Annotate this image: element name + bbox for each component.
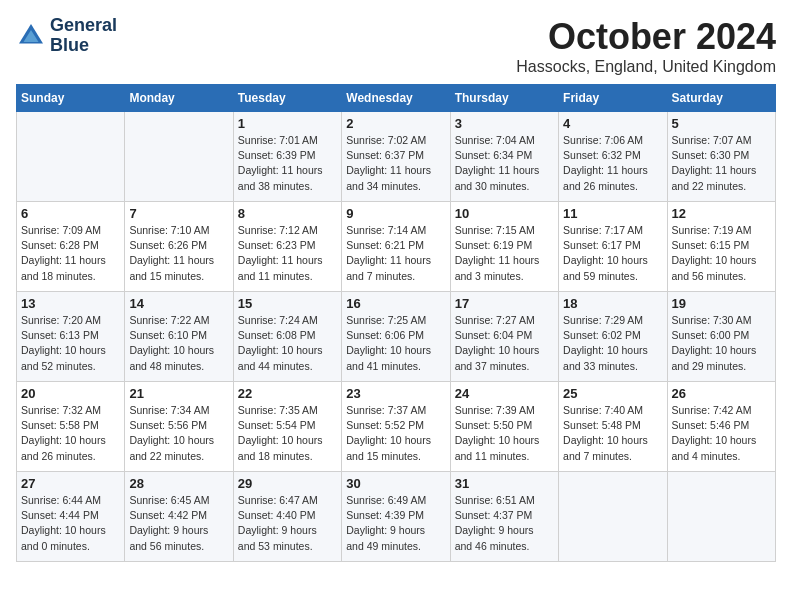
day-number: 30	[346, 476, 445, 491]
calendar-cell	[667, 472, 775, 562]
day-number: 11	[563, 206, 662, 221]
col-thursday: Thursday	[450, 85, 558, 112]
calendar-week-3: 13Sunrise: 7:20 AM Sunset: 6:13 PM Dayli…	[17, 292, 776, 382]
logo: General Blue	[16, 16, 117, 56]
day-info: Sunrise: 7:24 AM Sunset: 6:08 PM Dayligh…	[238, 313, 337, 374]
page-header: General Blue October 2024 Hassocks, Engl…	[16, 16, 776, 76]
day-number: 2	[346, 116, 445, 131]
day-number: 16	[346, 296, 445, 311]
month-title: October 2024	[516, 16, 776, 58]
day-info: Sunrise: 7:04 AM Sunset: 6:34 PM Dayligh…	[455, 133, 554, 194]
day-number: 19	[672, 296, 771, 311]
day-number: 31	[455, 476, 554, 491]
day-info: Sunrise: 7:09 AM Sunset: 6:28 PM Dayligh…	[21, 223, 120, 284]
calendar-cell: 6Sunrise: 7:09 AM Sunset: 6:28 PM Daylig…	[17, 202, 125, 292]
calendar-cell	[17, 112, 125, 202]
day-info: Sunrise: 7:17 AM Sunset: 6:17 PM Dayligh…	[563, 223, 662, 284]
calendar-table: Sunday Monday Tuesday Wednesday Thursday…	[16, 84, 776, 562]
day-number: 20	[21, 386, 120, 401]
calendar-cell: 17Sunrise: 7:27 AM Sunset: 6:04 PM Dayli…	[450, 292, 558, 382]
calendar-cell: 9Sunrise: 7:14 AM Sunset: 6:21 PM Daylig…	[342, 202, 450, 292]
day-number: 1	[238, 116, 337, 131]
day-info: Sunrise: 7:34 AM Sunset: 5:56 PM Dayligh…	[129, 403, 228, 464]
calendar-cell	[559, 472, 667, 562]
day-info: Sunrise: 7:22 AM Sunset: 6:10 PM Dayligh…	[129, 313, 228, 374]
calendar-cell: 4Sunrise: 7:06 AM Sunset: 6:32 PM Daylig…	[559, 112, 667, 202]
day-info: Sunrise: 6:49 AM Sunset: 4:39 PM Dayligh…	[346, 493, 445, 554]
calendar-cell: 23Sunrise: 7:37 AM Sunset: 5:52 PM Dayli…	[342, 382, 450, 472]
logo-text: General Blue	[50, 16, 117, 56]
day-info: Sunrise: 7:02 AM Sunset: 6:37 PM Dayligh…	[346, 133, 445, 194]
day-number: 25	[563, 386, 662, 401]
day-info: Sunrise: 6:44 AM Sunset: 4:44 PM Dayligh…	[21, 493, 120, 554]
day-info: Sunrise: 7:37 AM Sunset: 5:52 PM Dayligh…	[346, 403, 445, 464]
calendar-cell: 27Sunrise: 6:44 AM Sunset: 4:44 PM Dayli…	[17, 472, 125, 562]
calendar-cell: 10Sunrise: 7:15 AM Sunset: 6:19 PM Dayli…	[450, 202, 558, 292]
day-info: Sunrise: 7:19 AM Sunset: 6:15 PM Dayligh…	[672, 223, 771, 284]
calendar-cell: 13Sunrise: 7:20 AM Sunset: 6:13 PM Dayli…	[17, 292, 125, 382]
calendar-cell: 2Sunrise: 7:02 AM Sunset: 6:37 PM Daylig…	[342, 112, 450, 202]
day-number: 4	[563, 116, 662, 131]
calendar-cell: 21Sunrise: 7:34 AM Sunset: 5:56 PM Dayli…	[125, 382, 233, 472]
calendar-header: Sunday Monday Tuesday Wednesday Thursday…	[17, 85, 776, 112]
logo-line2: Blue	[50, 36, 117, 56]
title-block: October 2024 Hassocks, England, United K…	[516, 16, 776, 76]
day-number: 28	[129, 476, 228, 491]
day-info: Sunrise: 7:06 AM Sunset: 6:32 PM Dayligh…	[563, 133, 662, 194]
day-number: 23	[346, 386, 445, 401]
col-wednesday: Wednesday	[342, 85, 450, 112]
calendar-cell: 12Sunrise: 7:19 AM Sunset: 6:15 PM Dayli…	[667, 202, 775, 292]
day-number: 14	[129, 296, 228, 311]
day-info: Sunrise: 7:42 AM Sunset: 5:46 PM Dayligh…	[672, 403, 771, 464]
calendar-cell: 31Sunrise: 6:51 AM Sunset: 4:37 PM Dayli…	[450, 472, 558, 562]
calendar-cell: 7Sunrise: 7:10 AM Sunset: 6:26 PM Daylig…	[125, 202, 233, 292]
calendar-cell: 26Sunrise: 7:42 AM Sunset: 5:46 PM Dayli…	[667, 382, 775, 472]
day-number: 10	[455, 206, 554, 221]
calendar-cell: 18Sunrise: 7:29 AM Sunset: 6:02 PM Dayli…	[559, 292, 667, 382]
col-monday: Monday	[125, 85, 233, 112]
day-info: Sunrise: 6:47 AM Sunset: 4:40 PM Dayligh…	[238, 493, 337, 554]
day-number: 3	[455, 116, 554, 131]
calendar-cell: 30Sunrise: 6:49 AM Sunset: 4:39 PM Dayli…	[342, 472, 450, 562]
calendar-cell: 20Sunrise: 7:32 AM Sunset: 5:58 PM Dayli…	[17, 382, 125, 472]
logo-line1: General	[50, 16, 117, 36]
day-number: 5	[672, 116, 771, 131]
day-number: 26	[672, 386, 771, 401]
day-info: Sunrise: 7:32 AM Sunset: 5:58 PM Dayligh…	[21, 403, 120, 464]
col-friday: Friday	[559, 85, 667, 112]
day-info: Sunrise: 7:20 AM Sunset: 6:13 PM Dayligh…	[21, 313, 120, 374]
day-info: Sunrise: 7:29 AM Sunset: 6:02 PM Dayligh…	[563, 313, 662, 374]
day-info: Sunrise: 7:07 AM Sunset: 6:30 PM Dayligh…	[672, 133, 771, 194]
day-info: Sunrise: 7:27 AM Sunset: 6:04 PM Dayligh…	[455, 313, 554, 374]
day-number: 6	[21, 206, 120, 221]
day-info: Sunrise: 7:15 AM Sunset: 6:19 PM Dayligh…	[455, 223, 554, 284]
day-number: 29	[238, 476, 337, 491]
calendar-cell: 8Sunrise: 7:12 AM Sunset: 6:23 PM Daylig…	[233, 202, 341, 292]
calendar-cell: 22Sunrise: 7:35 AM Sunset: 5:54 PM Dayli…	[233, 382, 341, 472]
calendar-cell: 14Sunrise: 7:22 AM Sunset: 6:10 PM Dayli…	[125, 292, 233, 382]
day-info: Sunrise: 6:51 AM Sunset: 4:37 PM Dayligh…	[455, 493, 554, 554]
col-saturday: Saturday	[667, 85, 775, 112]
col-sunday: Sunday	[17, 85, 125, 112]
calendar-cell: 16Sunrise: 7:25 AM Sunset: 6:06 PM Dayli…	[342, 292, 450, 382]
day-number: 9	[346, 206, 445, 221]
day-info: Sunrise: 6:45 AM Sunset: 4:42 PM Dayligh…	[129, 493, 228, 554]
day-info: Sunrise: 7:30 AM Sunset: 6:00 PM Dayligh…	[672, 313, 771, 374]
calendar-cell: 29Sunrise: 6:47 AM Sunset: 4:40 PM Dayli…	[233, 472, 341, 562]
day-info: Sunrise: 7:35 AM Sunset: 5:54 PM Dayligh…	[238, 403, 337, 464]
day-info: Sunrise: 7:01 AM Sunset: 6:39 PM Dayligh…	[238, 133, 337, 194]
day-info: Sunrise: 7:12 AM Sunset: 6:23 PM Dayligh…	[238, 223, 337, 284]
day-info: Sunrise: 7:14 AM Sunset: 6:21 PM Dayligh…	[346, 223, 445, 284]
calendar-cell: 19Sunrise: 7:30 AM Sunset: 6:00 PM Dayli…	[667, 292, 775, 382]
day-number: 22	[238, 386, 337, 401]
calendar-week-1: 1Sunrise: 7:01 AM Sunset: 6:39 PM Daylig…	[17, 112, 776, 202]
day-number: 15	[238, 296, 337, 311]
day-number: 18	[563, 296, 662, 311]
day-info: Sunrise: 7:40 AM Sunset: 5:48 PM Dayligh…	[563, 403, 662, 464]
calendar-cell: 11Sunrise: 7:17 AM Sunset: 6:17 PM Dayli…	[559, 202, 667, 292]
day-number: 21	[129, 386, 228, 401]
calendar-body: 1Sunrise: 7:01 AM Sunset: 6:39 PM Daylig…	[17, 112, 776, 562]
calendar-cell: 3Sunrise: 7:04 AM Sunset: 6:34 PM Daylig…	[450, 112, 558, 202]
calendar-cell: 15Sunrise: 7:24 AM Sunset: 6:08 PM Dayli…	[233, 292, 341, 382]
location: Hassocks, England, United Kingdom	[516, 58, 776, 76]
